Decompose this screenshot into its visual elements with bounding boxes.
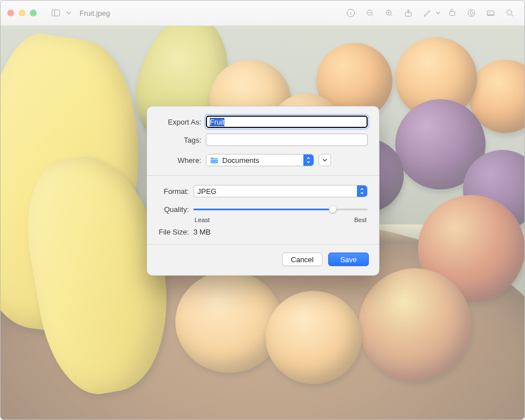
zoom-in-button[interactable] <box>381 6 397 20</box>
format-label: Format: <box>158 187 193 196</box>
export-as-label: Export As: <box>158 118 206 126</box>
markup-pencil-button[interactable] <box>420 6 435 20</box>
where-label: Where: <box>158 156 206 165</box>
quality-best-label: Best <box>354 216 367 223</box>
titlebar: Fruit.jpeg <box>1 1 524 26</box>
export-sheet: Export As: Tags: Where: Documents <box>147 106 380 276</box>
svg-rect-14 <box>450 11 455 16</box>
rotate-button[interactable] <box>444 6 460 20</box>
sidebar-toggle-button[interactable] <box>48 6 64 20</box>
format-section: Format: JPEG Quality: Least <box>147 176 379 244</box>
tags-label: Tags: <box>158 136 206 144</box>
popup-stepper-icon <box>303 154 314 166</box>
markup-toolbar-button[interactable] <box>464 6 479 20</box>
export-filename-field[interactable] <box>206 116 368 128</box>
slider-thumb[interactable] <box>329 205 337 213</box>
svg-point-18 <box>507 10 512 15</box>
quality-label: Quality: <box>158 205 193 214</box>
zoom-window-button[interactable] <box>30 10 37 16</box>
save-location-section: Export As: Tags: Where: Documents <box>147 107 379 175</box>
share-button[interactable] <box>400 6 416 20</box>
minimize-window-button[interactable] <box>19 10 25 16</box>
svg-rect-0 <box>52 10 60 16</box>
sheet-footer: Cancel Save <box>147 245 379 275</box>
svg-point-4 <box>351 11 351 12</box>
cancel-button[interactable]: Cancel <box>282 253 323 266</box>
popup-stepper-icon <box>357 185 367 197</box>
format-popup[interactable]: JPEG <box>193 185 368 197</box>
preview-window: Fruit.jpeg <box>0 0 525 420</box>
save-button-label: Save <box>340 255 357 264</box>
where-popup[interactable]: Documents <box>206 154 314 166</box>
toolbar-right <box>343 6 518 20</box>
expand-save-dialog-button[interactable] <box>319 154 331 166</box>
info-button[interactable] <box>343 6 359 20</box>
filesize-value: 3 MB <box>193 228 210 236</box>
sidebar-menu-chevron-icon[interactable] <box>66 10 72 16</box>
close-window-button[interactable] <box>7 10 14 16</box>
zoom-out-button[interactable] <box>362 6 378 20</box>
svg-line-19 <box>511 15 513 16</box>
crop-button[interactable] <box>483 6 498 20</box>
folder-icon <box>210 157 219 164</box>
svg-line-9 <box>391 15 392 16</box>
format-value: JPEG <box>197 187 217 196</box>
traffic-lights <box>7 10 37 16</box>
search-button[interactable] <box>502 6 518 20</box>
save-button[interactable]: Save <box>328 253 369 266</box>
filesize-label: File Size: <box>158 228 193 236</box>
tags-field[interactable] <box>206 134 368 146</box>
quality-slider[interactable] <box>193 203 368 215</box>
cancel-button-label: Cancel <box>291 255 314 264</box>
quality-least-label: Least <box>195 216 210 223</box>
where-value: Documents <box>222 156 259 165</box>
window-title: Fruit.jpeg <box>80 9 110 17</box>
svg-line-6 <box>372 15 373 16</box>
markup-menu-chevron-icon[interactable] <box>435 10 441 16</box>
